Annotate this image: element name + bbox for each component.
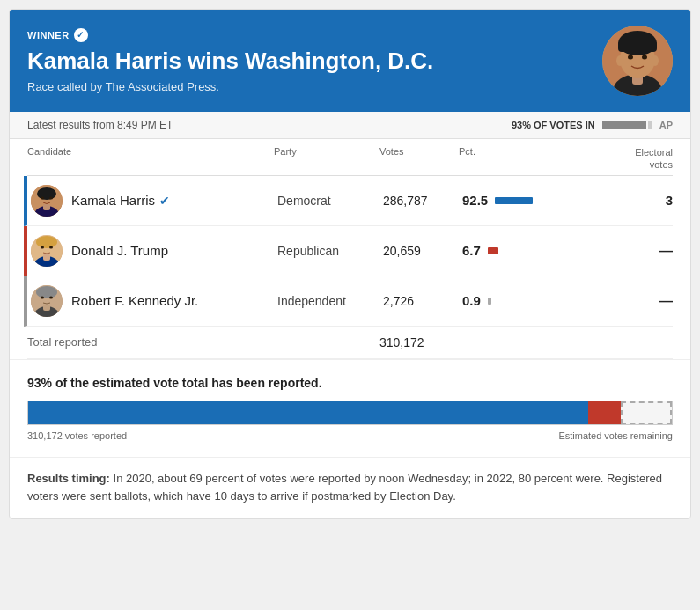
svg-rect-22	[43, 254, 50, 261]
svg-point-27	[36, 286, 57, 298]
party-trump: Republican	[277, 244, 383, 258]
svg-rect-6	[618, 41, 657, 52]
results-bar: Latest results from 8:49 PM ET 93% OF VO…	[10, 112, 690, 139]
latest-results-text: Latest results from 8:49 PM ET	[27, 119, 173, 131]
header-title: Kamala Harris wins Washington, D.C.	[27, 48, 433, 75]
table-row: Kamala Harris ✔ Democrat 286,787 92.5 3	[24, 176, 673, 226]
svg-rect-29	[43, 305, 50, 311]
pct-bar-kennedy	[488, 298, 491, 305]
total-votes: 310,172	[379, 335, 459, 349]
svg-point-17	[49, 196, 53, 199]
table-row: Robert F. Kennedy Jr. Independent 2,726 …	[24, 276, 673, 327]
pct-kennedy: 0.9	[462, 293, 533, 308]
header-subtitle: Race called by The Associated Press.	[27, 80, 433, 93]
ap-label: AP	[659, 120, 673, 130]
svg-point-7	[628, 55, 633, 60]
col-candidate: Candidate	[27, 146, 274, 172]
votes-trump: 20,659	[383, 244, 462, 258]
votes-harris: 286,787	[383, 194, 462, 208]
svg-point-10	[652, 55, 659, 66]
reported-label: 310,172 votes reported	[27, 430, 127, 441]
table-row: Donald J. Trump Republican 20,659 6.7 —	[24, 226, 673, 276]
pct-harris: 92.5	[462, 193, 533, 208]
col-electoral: Electoralvotes	[529, 146, 673, 172]
candidate-cell-trump: Donald J. Trump	[31, 235, 277, 267]
results-table: Candidate Party Votes Pct. Electoralvote…	[10, 139, 690, 359]
electoral-harris: 3	[533, 193, 673, 208]
votes-bar-small	[602, 121, 652, 129]
svg-point-30	[41, 296, 44, 298]
svg-point-16	[41, 196, 44, 199]
pct-trump: 6.7	[462, 243, 533, 258]
col-party: Party	[274, 146, 379, 172]
candidate-cell-kennedy: Robert F. Kennedy Jr.	[31, 285, 277, 317]
header-left: WINNER ✓ Kamala Harris wins Washington, …	[27, 28, 433, 93]
votes-kennedy: 2,726	[383, 294, 462, 308]
election-card: WINNER ✓ Kamala Harris wins Washington, …	[9, 9, 691, 519]
avatar-trump	[31, 235, 63, 267]
table-header: Candidate Party Votes Pct. Electoralvote…	[27, 139, 673, 176]
party-harris: Democrat	[277, 194, 383, 208]
timing-text: In 2020, about 69 percent of votes were …	[27, 472, 662, 503]
svg-rect-15	[43, 204, 50, 210]
votes-in-label: 93% OF VOTES IN	[512, 120, 595, 130]
svg-point-13	[37, 187, 56, 200]
candidate-name-harris: Kamala Harris ✔	[71, 193, 170, 208]
candidate-cell-harris: Kamala Harris ✔	[31, 185, 277, 217]
avatar-kennedy	[31, 285, 63, 317]
votes-bar-empty	[648, 121, 652, 129]
progress-section: 93% of the estimated vote total has been…	[10, 359, 690, 457]
winner-text: WINNER	[27, 30, 70, 40]
svg-point-24	[49, 246, 53, 248]
electoral-trump: —	[533, 243, 673, 258]
progress-bar-dashed	[621, 401, 672, 424]
svg-point-31	[49, 296, 53, 298]
svg-point-20	[36, 236, 57, 248]
verified-icon-harris: ✔	[159, 194, 170, 208]
pct-bar-trump	[488, 247, 498, 254]
remaining-label: Estimated votes remaining	[558, 430, 673, 441]
votes-bar-filled	[602, 121, 646, 129]
progress-title: 93% of the estimated vote total has been…	[27, 376, 673, 390]
winner-label: WINNER ✓	[27, 28, 433, 42]
avatar-harris	[31, 185, 63, 217]
col-votes: Votes	[379, 146, 459, 172]
timing-bold: Results timing:	[27, 472, 110, 485]
header-section: WINNER ✓ Kamala Harris wins Washington, …	[10, 10, 690, 112]
total-row: Total reported 310,172	[27, 327, 673, 359]
electoral-kennedy: —	[533, 293, 673, 308]
candidate-name-kennedy: Robert F. Kennedy Jr.	[71, 293, 198, 308]
votes-in-section: 93% OF VOTES IN AP	[512, 120, 673, 130]
progress-labels: 310,172 votes reported Estimated votes r…	[27, 430, 673, 441]
svg-point-9	[616, 55, 623, 66]
party-kennedy: Independent	[277, 294, 383, 308]
col-pct: Pct.	[459, 146, 529, 172]
pct-bar-harris	[495, 197, 533, 204]
candidate-name-trump: Donald J. Trump	[71, 243, 168, 258]
winner-photo	[602, 26, 673, 96]
svg-point-23	[41, 246, 44, 248]
progress-bar-container	[27, 401, 673, 425]
progress-bar-blue	[28, 401, 588, 424]
total-label: Total reported	[27, 335, 274, 349]
timing-section: Results timing: In 2020, about 69 percen…	[10, 457, 690, 519]
svg-point-8	[642, 55, 647, 60]
winner-check-icon: ✓	[74, 28, 88, 42]
